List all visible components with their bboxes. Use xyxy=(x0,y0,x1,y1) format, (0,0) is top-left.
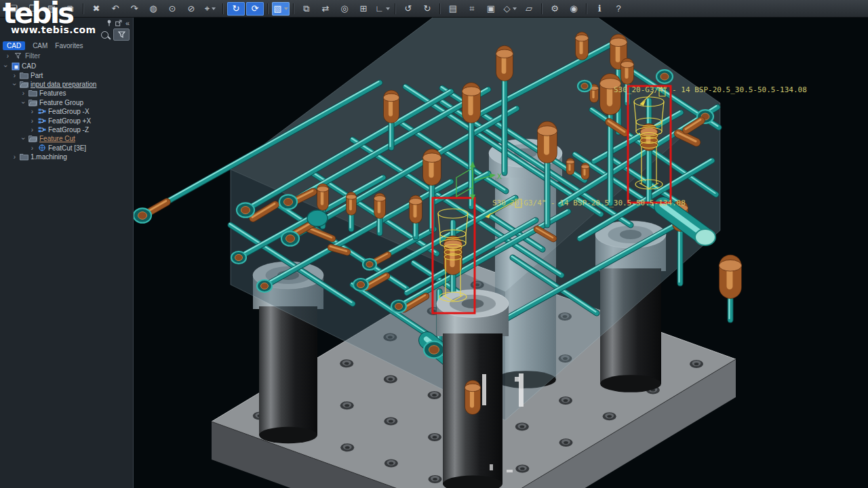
collapse-panel-icon[interactable]: « xyxy=(125,20,130,26)
viewport-3d[interactable]: S30_20-G3/4" - 14 BSP-20.5_30.5-50.5-134… xyxy=(134,18,868,488)
copy-view-icon[interactable]: ⧉ xyxy=(298,2,315,16)
tree-item-label: Feature Cut xyxy=(39,135,75,142)
shading-mode-icon[interactable]: ▧ xyxy=(272,2,290,16)
tree-item-input-data-preparation[interactable]: ›input data preparation xyxy=(0,80,133,89)
toolbar-separator xyxy=(439,3,441,14)
new-document-icon[interactable]: ❏ xyxy=(5,2,22,16)
tree-item-label: input data preparation xyxy=(31,81,96,88)
structure-panel: « CAD CAM Favorites › Filter ›CAD›Part›i… xyxy=(0,18,134,488)
tree-item-label: 1.machining xyxy=(31,153,67,161)
box-view-icon[interactable]: ▱ xyxy=(520,2,538,16)
info-icon[interactable]: ℹ xyxy=(591,2,608,16)
tree-item-label: Feature Group xyxy=(39,99,83,106)
tab-cam[interactable]: CAM xyxy=(33,42,47,49)
tree-item-label: Part xyxy=(31,72,43,79)
context-help-icon[interactable]: ? xyxy=(610,2,627,16)
suppress-icon[interactable]: ⊘ xyxy=(182,2,200,16)
folder-open-icon xyxy=(20,81,28,88)
expand-chevron-icon[interactable]: › xyxy=(20,89,26,97)
work-plane-icon[interactable]: ◇ xyxy=(501,2,519,16)
tree-item-featgroup-x[interactable]: ›FeatGroup -X xyxy=(0,107,133,116)
refresh-view-icon[interactable]: ⇄ xyxy=(317,2,334,16)
tree-item-feature-group[interactable]: ›Feature Group xyxy=(0,98,133,107)
tools-icon[interactable]: ⚙ xyxy=(546,2,564,16)
grid-icon[interactable]: ⌗ xyxy=(463,2,481,16)
tree-item-label: FeatGroup -X xyxy=(48,108,90,115)
select-annotate-icon[interactable]: ⌖ xyxy=(201,2,219,16)
frame-icon[interactable]: ▣ xyxy=(482,2,500,16)
save-icon[interactable]: ▤ xyxy=(43,2,60,16)
collapse-chevron-icon[interactable]: › xyxy=(20,100,27,106)
tree-item-featgroup-x[interactable]: ›FeatGroup +X xyxy=(0,116,133,125)
mask-icon[interactable]: ◍ xyxy=(144,2,162,16)
find-annotate-icon[interactable]: ◉ xyxy=(565,2,583,16)
cad-icon xyxy=(11,62,20,70)
panel-header-row: « xyxy=(0,18,133,28)
pin-icon[interactable] xyxy=(106,17,112,29)
filter-row[interactable]: › Filter xyxy=(0,51,133,60)
undo-icon[interactable]: ↶ xyxy=(106,2,124,16)
axis-x-label: X xyxy=(497,172,502,181)
toolbar-separator xyxy=(267,3,269,14)
expand-chevron-icon[interactable]: › xyxy=(29,144,35,152)
filter-label: Filter xyxy=(25,52,40,60)
filter-button[interactable] xyxy=(113,28,130,41)
tree-item-1-machining[interactable]: ›1.machining xyxy=(0,152,133,161)
tree-item-features[interactable]: ›Features xyxy=(0,89,133,98)
rotate-auto-icon[interactable]: ↻ xyxy=(418,2,436,16)
dimension-icon[interactable]: ▤ xyxy=(444,2,462,16)
tree-item-label: Features xyxy=(39,89,66,97)
panel-search-row xyxy=(0,28,133,41)
delete-icon[interactable]: ✖ xyxy=(87,2,105,16)
collapse-chevron-icon[interactable]: › xyxy=(11,81,18,87)
expand-chevron-icon[interactable]: › xyxy=(29,108,35,115)
tree-item-featcut-3e-[interactable]: ›FeatCut [3E] xyxy=(0,144,133,152)
feature-annotation: S30_20-G3/4" - 14 BSP-20.5_30.5-50.5-134… xyxy=(492,199,686,207)
redo-icon[interactable]: ↷ xyxy=(125,2,143,16)
featcut-icon xyxy=(37,144,46,152)
featgroup-icon xyxy=(37,117,46,125)
featgroup-icon xyxy=(37,108,46,115)
open-folder-icon[interactable]: ❐ xyxy=(24,2,41,16)
tree-item-featgroup-z[interactable]: ›FeatGroup -Z xyxy=(0,125,133,134)
collapse-chevron-icon[interactable]: › xyxy=(20,136,27,142)
filter-chevron-icon[interactable]: › xyxy=(5,52,11,60)
dropdown-caret-icon[interactable] xyxy=(212,7,216,10)
rotate-ccw-icon[interactable]: ↺ xyxy=(399,2,417,16)
power-icon[interactable]: ⊙ xyxy=(163,2,181,16)
expand-chevron-icon[interactable]: › xyxy=(29,117,35,125)
dropdown-caret-icon[interactable] xyxy=(386,7,390,10)
zoom-icon[interactable]: ◎ xyxy=(336,2,353,16)
toolbar-separator xyxy=(395,3,396,14)
detach-icon[interactable] xyxy=(115,17,122,29)
tree-item-label: FeatCut [3E] xyxy=(48,144,86,152)
tab-cad[interactable]: CAD xyxy=(3,41,25,50)
tree-item-label: FeatGroup +X xyxy=(48,117,91,125)
tree-item-cad[interactable]: ›CAD xyxy=(0,62,133,70)
expand-chevron-icon[interactable]: › xyxy=(12,153,18,161)
toolbar-separator xyxy=(293,3,294,14)
print-icon[interactable]: ⧉ xyxy=(62,2,79,16)
tree-item-label: FeatGroup -Z xyxy=(48,126,89,134)
tree-item-part[interactable]: ›Part xyxy=(0,70,133,79)
tab-favorites[interactable]: Favorites xyxy=(55,42,83,49)
dropdown-caret-icon[interactable] xyxy=(513,7,517,10)
main-toolbar: ❏❐▤⧉✖↶↷◍⊙⊘⌖↻⟳▧⧉⇄◎⊞∟↺↻▤⌗▣◇▱⚙◉ℹ? xyxy=(0,0,868,18)
expand-chevron-icon[interactable]: › xyxy=(12,72,18,79)
cad-scene[interactable]: S30_20-G3/4" - 14 BSP-20.5_30.5-50.5-134… xyxy=(134,18,868,488)
filter-funnel-icon xyxy=(15,53,21,59)
model-tree: ›CAD›Part›input data preparation›Feature… xyxy=(0,60,133,161)
fit-view-icon[interactable]: ⊞ xyxy=(355,2,372,16)
feature-update-toggle-icon[interactable]: ⟳ xyxy=(246,2,264,16)
collapse-chevron-icon[interactable]: › xyxy=(2,63,9,69)
search-icon[interactable] xyxy=(101,31,108,39)
dropdown-caret-icon[interactable] xyxy=(284,7,288,10)
watermark-mark xyxy=(490,464,493,470)
view-axes-icon[interactable]: ∟ xyxy=(374,2,391,16)
expand-chevron-icon[interactable]: › xyxy=(29,126,35,134)
funnel-icon xyxy=(118,31,125,38)
tree-item-feature-cut[interactable]: ›Feature Cut xyxy=(0,134,133,143)
watermark-mark xyxy=(507,470,513,472)
feature-scan-toggle-icon[interactable]: ↻ xyxy=(227,2,245,16)
watermark-mark xyxy=(482,374,486,405)
